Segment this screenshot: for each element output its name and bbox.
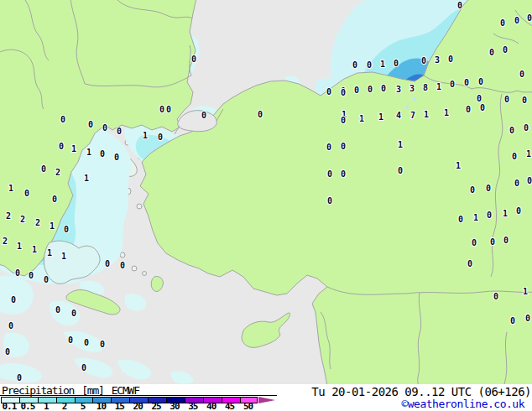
precip-value: 0 <box>55 305 60 315</box>
precip-value: 1 <box>17 242 22 251</box>
precip-value: 0 <box>368 85 373 94</box>
precip-value: 0 <box>489 48 494 57</box>
precip-value: 0 <box>527 176 532 185</box>
precip-value: 0 <box>102 123 107 133</box>
precip-value: 0 <box>88 120 93 129</box>
precip-value: 0 <box>512 152 517 161</box>
precip-value: 0 <box>394 59 399 68</box>
precip-value: 0 <box>326 143 331 152</box>
precip-value: 0 <box>472 238 477 247</box>
precip-value: 0 <box>478 77 483 86</box>
legend-tick: 45 <box>221 403 239 411</box>
precip-value: 4 <box>396 111 401 120</box>
precip-value: 0 <box>352 60 357 70</box>
precip-value: 0 <box>503 45 508 55</box>
precip-value: 2 <box>20 215 25 224</box>
precip-value: 0 <box>44 275 49 284</box>
precip-value: 0 <box>510 316 515 325</box>
precip-value: 0 <box>450 80 455 89</box>
precip-value: 2 <box>35 218 40 227</box>
precip-value: 0 <box>466 105 471 114</box>
precip-value: 1 <box>47 248 52 258</box>
precip-value: 1 <box>32 245 37 254</box>
precip-value: 1 <box>143 131 148 140</box>
plus-mark: + <box>412 94 417 102</box>
precip-value: 0 <box>191 55 196 64</box>
precip-value: 0 <box>81 363 86 372</box>
precip-value: 7 <box>410 111 415 120</box>
precip-value: 1 <box>50 221 55 231</box>
legend-rule <box>0 395 277 396</box>
precip-value: 0 <box>486 184 491 193</box>
precip-value: 0 <box>514 16 519 25</box>
precip-value: 0 <box>105 259 110 268</box>
precip-value: 0 <box>64 225 69 234</box>
precip-value: 0 <box>201 111 206 120</box>
precip-value: 0 <box>100 340 105 349</box>
precip-value: 0 <box>503 236 509 245</box>
legend-tick: 1 <box>37 403 55 411</box>
legend: Precipitation [mm] ECMWF 0.10.5125101520… <box>0 384 532 411</box>
precip-value: 0 <box>504 95 509 104</box>
legend-tick: 35 <box>184 403 202 411</box>
precip-value: 0 <box>458 215 463 224</box>
precip-value: 0 <box>341 116 346 125</box>
precip-value: 0 <box>477 94 482 103</box>
precip-value: 3 <box>409 84 415 93</box>
precip-value: 0 <box>522 96 527 105</box>
precip-value: 0 <box>448 55 453 64</box>
precip-value: 0 <box>490 237 495 247</box>
forecast-datetime: Tu 20-01-2026 09..12 UTC (06+126) <box>311 385 531 398</box>
precip-value: 1 <box>436 82 441 91</box>
precip-value: 0 <box>326 87 331 96</box>
precip-value: 0 <box>457 1 462 10</box>
precip-value: 2 <box>6 211 11 221</box>
precip-value: 0 <box>464 78 469 87</box>
precip-value: 1 <box>424 110 429 119</box>
precip-value: 0 <box>258 110 263 119</box>
precip-value: 1 <box>8 184 13 193</box>
legend-tick: 5 <box>74 403 92 411</box>
precip-value: 0 <box>68 336 73 345</box>
precip-value: 0 <box>525 314 530 323</box>
precip-value: 0 <box>114 153 119 162</box>
legend-tick: 25 <box>147 403 165 411</box>
plus-mark: + <box>404 102 409 111</box>
precip-value: 0 <box>166 105 171 114</box>
copyright-link[interactable]: ©weatheronline.co.uk <box>401 398 524 410</box>
precip-value: 0 <box>500 18 505 28</box>
precip-value: 0 <box>480 103 485 112</box>
precip-value: 1 <box>61 252 66 261</box>
precip-value: 0 <box>117 127 122 136</box>
precip-value: 0 <box>159 105 164 114</box>
precip-value: 1 <box>398 140 403 149</box>
precip-value: 1 <box>380 60 385 69</box>
precip-value: 0 <box>8 321 13 330</box>
precipitation-map: ++ 0000000300010000000338100000000111471… <box>0 0 532 384</box>
precip-value: 0 <box>341 142 346 151</box>
precip-value: 0 <box>527 13 532 23</box>
legend-tick: 40 <box>202 403 221 411</box>
precip-value: 1 <box>503 209 508 218</box>
precip-value: 0 <box>354 86 359 95</box>
precip-value: 0 <box>493 292 498 301</box>
precip-value: 3 <box>435 55 440 65</box>
precip-value: 0 <box>519 70 524 79</box>
precip-value: 1 <box>378 112 383 122</box>
precip-value: 0 <box>516 206 521 216</box>
precip-value: 0 <box>467 259 472 268</box>
precip-value: 0 <box>509 126 514 135</box>
precip-value: 0 <box>341 169 346 179</box>
precip-value: 1 <box>444 108 449 117</box>
colorbar-arrow <box>258 397 275 403</box>
legend-tick: 30 <box>165 403 184 411</box>
precip-value: 0 <box>17 373 22 382</box>
legend-model: ECMWF <box>112 384 139 395</box>
precip-value: 3 <box>396 85 401 94</box>
precip-value: 0 <box>514 179 519 188</box>
precip-value: 0 <box>341 88 346 97</box>
precip-value: 0 <box>84 338 89 347</box>
precip-value: 0 <box>367 60 372 70</box>
precip-value: 0 <box>470 185 475 195</box>
precip-value: 0 <box>29 271 34 280</box>
